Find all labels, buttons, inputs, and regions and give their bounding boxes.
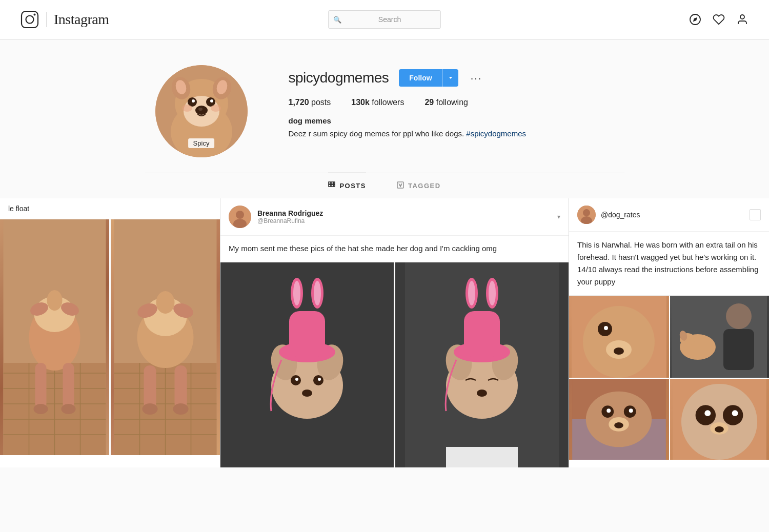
follow-button[interactable]: Follow bbox=[399, 69, 442, 87]
svg-point-17 bbox=[210, 99, 213, 103]
svg-point-1 bbox=[26, 16, 34, 24]
followers-stat: 130k followers bbox=[351, 98, 404, 107]
following-label: following bbox=[436, 98, 468, 107]
post-left-title: le float bbox=[0, 198, 220, 219]
svg-point-122 bbox=[614, 422, 623, 428]
bio-text: Deez r sum spicy dog memes for ppl who l… bbox=[289, 129, 464, 138]
svg-point-45 bbox=[62, 404, 76, 414]
svg-point-127 bbox=[704, 410, 711, 416]
profile-info: spicydogmemes Follow ··· 1,720 posts 130… bbox=[289, 65, 614, 140]
profile-username: spicydogmemes bbox=[289, 70, 389, 86]
svg-point-105 bbox=[604, 326, 608, 330]
activity-icon[interactable] bbox=[713, 13, 725, 26]
right-grid-cell-3 bbox=[569, 378, 669, 460]
profile-header-row: spicydogmemes Follow ··· bbox=[289, 69, 614, 87]
profile-section: Spicy spicydogmemes Follow ··· 1,720 pos… bbox=[145, 39, 624, 173]
svg-point-130 bbox=[715, 426, 724, 433]
follow-dropdown-button[interactable] bbox=[442, 69, 458, 87]
header-logo: Instagram bbox=[21, 10, 109, 29]
svg-point-78 bbox=[295, 378, 298, 381]
svg-rect-62 bbox=[175, 365, 187, 409]
profile-icon[interactable] bbox=[736, 13, 748, 26]
center-post-text: My mom sent me these pics of the hat she… bbox=[220, 236, 569, 262]
more-options-button[interactable]: ··· bbox=[469, 72, 484, 84]
right-post-grid bbox=[569, 296, 769, 460]
grid-dog-3 bbox=[569, 379, 669, 460]
center-post-image-2 bbox=[395, 262, 569, 467]
grid-person-dog bbox=[670, 296, 769, 378]
svg-marker-4 bbox=[693, 17, 697, 22]
avatar-label: Spicy bbox=[188, 138, 215, 148]
svg-rect-82 bbox=[289, 311, 325, 357]
search-icon: 🔍 bbox=[333, 16, 341, 24]
svg-point-66 bbox=[156, 291, 175, 314]
posts-stat: 1,720 posts bbox=[289, 98, 331, 107]
svg-point-96 bbox=[468, 281, 475, 305]
search-input[interactable] bbox=[328, 10, 441, 29]
follow-button-group: Follow bbox=[399, 69, 458, 87]
followers-label: followers bbox=[372, 98, 404, 107]
tabs-section: POSTS TAGGED bbox=[145, 173, 624, 198]
center-post-chevron-icon: ▾ bbox=[557, 213, 560, 220]
svg-point-20 bbox=[182, 105, 192, 112]
center-avatar-image bbox=[229, 206, 251, 228]
post-image-corgi-right bbox=[109, 219, 220, 455]
explore-icon[interactable] bbox=[689, 13, 701, 26]
svg-point-120 bbox=[629, 408, 633, 413]
right-grid-cell-2 bbox=[669, 296, 769, 378]
svg-point-128 bbox=[732, 410, 738, 416]
corgi-left-svg bbox=[0, 219, 109, 455]
posts-label: posts bbox=[311, 98, 331, 107]
post-center-header: Breanna Rodriguez @BreannaRufina ▾ bbox=[220, 198, 569, 236]
center-post-handle: @BreannaRufina bbox=[257, 217, 551, 224]
svg-point-44 bbox=[34, 404, 48, 414]
right-post-handle: @dog_rates bbox=[601, 211, 744, 219]
instagram-logo-icon bbox=[21, 10, 39, 29]
posts-tab-label: POSTS bbox=[339, 182, 366, 190]
profile-stats: 1,720 posts 130k followers 29 following bbox=[289, 98, 614, 107]
profile-avatar: Spicy bbox=[155, 65, 248, 157]
svg-point-19 bbox=[198, 108, 203, 111]
right-grid-cell-4 bbox=[669, 378, 769, 460]
following-count: 29 bbox=[424, 98, 434, 107]
posts-tab-icon bbox=[328, 181, 335, 190]
svg-rect-25 bbox=[334, 182, 335, 184]
svg-point-5 bbox=[740, 15, 744, 19]
center-post-avatar bbox=[229, 206, 251, 228]
svg-point-70 bbox=[236, 211, 244, 219]
svg-rect-0 bbox=[22, 11, 38, 28]
right-post-text: This is Narwhal. He was born with an ext… bbox=[569, 232, 769, 296]
post-right: @dog_rates This is Narwhal. He was born … bbox=[569, 198, 769, 467]
svg-point-97 bbox=[489, 281, 496, 305]
svg-point-85 bbox=[293, 281, 300, 305]
corgi-right-svg bbox=[111, 219, 220, 455]
post-center: Breanna Rodriguez @BreannaRufina ▾ My mo… bbox=[220, 198, 569, 467]
svg-point-100 bbox=[583, 209, 590, 216]
post-right-header: @dog_rates bbox=[569, 198, 769, 232]
tab-tagged[interactable]: TAGGED bbox=[397, 173, 441, 198]
center-post-username: Breanna Rodriguez bbox=[257, 209, 551, 217]
svg-point-91 bbox=[477, 390, 487, 397]
grid-dog-4 bbox=[670, 379, 769, 460]
svg-rect-24 bbox=[331, 182, 333, 184]
svg-point-124 bbox=[681, 384, 757, 460]
right-grid-cell-1 bbox=[569, 296, 669, 378]
grid-dog-1 bbox=[569, 296, 669, 378]
right-post-checkbox[interactable] bbox=[750, 209, 761, 220]
svg-point-63 bbox=[143, 403, 158, 415]
profile-bio: Deez r sum spicy dog memes for ppl who l… bbox=[289, 128, 614, 140]
posts-count: 1,720 bbox=[289, 98, 309, 107]
header: Instagram 🔍 bbox=[0, 0, 769, 39]
center-post-user-info: Breanna Rodriguez @BreannaRufina bbox=[257, 209, 551, 224]
svg-rect-27 bbox=[331, 185, 333, 187]
svg-point-80 bbox=[302, 390, 312, 397]
logo-divider bbox=[46, 12, 47, 27]
svg-rect-93 bbox=[464, 311, 500, 357]
tab-posts[interactable]: POSTS bbox=[328, 173, 366, 198]
posts-area: le float bbox=[0, 198, 769, 467]
svg-point-47 bbox=[47, 290, 63, 311]
svg-rect-110 bbox=[723, 329, 754, 370]
bio-hashtag[interactable]: #spicydogmemes bbox=[466, 129, 526, 138]
svg-rect-26 bbox=[329, 185, 331, 187]
svg-point-107 bbox=[614, 347, 624, 355]
